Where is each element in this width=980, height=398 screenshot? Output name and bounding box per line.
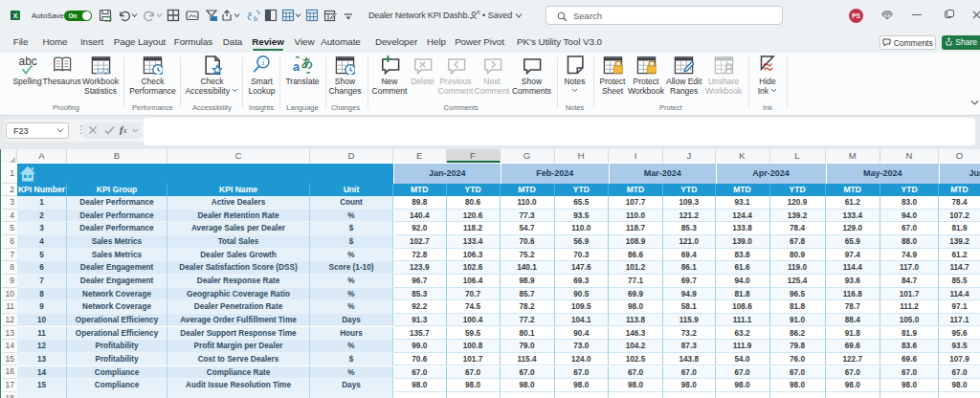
svg-text:b: b bbox=[254, 15, 257, 22]
svg-text:a: a bbox=[248, 11, 252, 17]
svg-text:123: 123 bbox=[95, 66, 109, 75]
svg-text:X: X bbox=[13, 11, 18, 19]
svg-text:R: R bbox=[477, 10, 480, 15]
svg-text:a: a bbox=[293, 60, 301, 74]
